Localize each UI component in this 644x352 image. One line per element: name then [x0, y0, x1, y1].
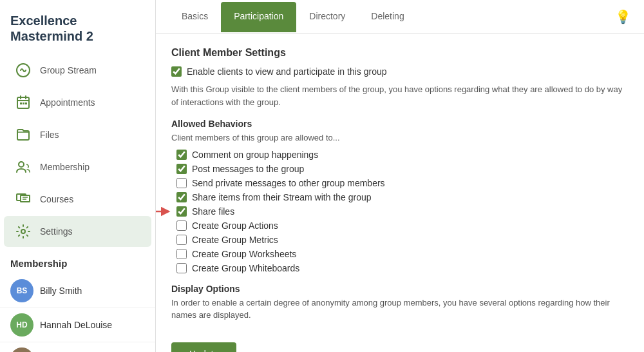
member-name: Billy Smith: [40, 286, 82, 296]
appointments-icon: [14, 93, 32, 112]
behavior-share-items-checkbox[interactable]: [176, 192, 187, 202]
members-list: BS Billy Smith HD Hannah DeLouise JT Jac…: [0, 274, 155, 352]
sidebar-item-label: Appointments: [40, 97, 95, 108]
behavior-label: Create Group Worksheets: [192, 249, 296, 259]
behavior-label: Share items from their Stream with the g…: [192, 192, 372, 202]
member-item-jaclyn-tester[interactable]: JT Jaclyn Tester: [0, 342, 155, 352]
behavior-private-messages: Send private messages to other group mem…: [176, 178, 629, 188]
svg-rect-7: [25, 103, 27, 104]
behavior-post-messages: Post messages to the group: [176, 164, 629, 174]
behavior-label: Create Group Whiteboards: [192, 263, 299, 273]
tab-directory[interactable]: Directory: [296, 2, 358, 32]
behavior-post-messages-checkbox[interactable]: [176, 164, 187, 174]
behavior-comment-checkbox[interactable]: [176, 150, 187, 160]
behavior-group-actions: Create Group Actions: [176, 220, 629, 231]
sidebar-item-group-stream[interactable]: Group Stream: [4, 55, 151, 86]
display-options-description: In order to enable a certain degree of a…: [171, 297, 629, 322]
behavior-group-whiteboards-checkbox[interactable]: [176, 263, 187, 273]
content-area: Client Member Settings Enable clients to…: [156, 34, 644, 352]
enable-clients-label: Enable clients to view and participate i…: [187, 66, 387, 77]
membership-section-title: Membership: [0, 248, 155, 274]
annotation-arrow: [156, 205, 172, 218]
sidebar-item-appointments[interactable]: Appointments: [4, 87, 151, 118]
group-stream-icon: [14, 61, 32, 79]
sidebar-item-settings[interactable]: Settings: [4, 216, 151, 247]
behavior-label: Send private messages to other group mem…: [192, 178, 385, 188]
display-options-section: Display Options In order to enable a cer…: [171, 284, 629, 322]
member-item-hannah-delouise[interactable]: HD Hannah DeLouise: [0, 308, 155, 342]
svg-rect-11: [21, 195, 30, 202]
tab-basics[interactable]: Basics: [169, 2, 221, 32]
member-name: Hannah DeLouise: [40, 320, 112, 330]
files-icon: [14, 126, 32, 144]
enable-clients-checkbox[interactable]: [171, 66, 182, 77]
tab-participation[interactable]: Participation: [221, 2, 296, 32]
behavior-share-items: Share items from their Stream with the g…: [176, 192, 629, 202]
behaviors-list: Comment on group happenings Post message…: [176, 150, 629, 273]
sidebar-item-label: Membership: [40, 162, 90, 172]
sidebar-item-files[interactable]: Files: [4, 119, 151, 150]
behavior-comment: Comment on group happenings: [176, 150, 629, 160]
behavior-label: Share files: [192, 206, 234, 217]
membership-icon: [14, 158, 32, 176]
settings-description: With this Group visible to the client me…: [171, 83, 629, 108]
behavior-share-files-checkbox[interactable]: [176, 206, 187, 217]
sidebar-item-label: Courses: [40, 194, 73, 204]
avatar-jaclyn-tester: JT: [10, 347, 33, 352]
sidebar: Excellence Mastermind 2 Group Stream: [0, 0, 156, 352]
sidebar-item-label: Group Stream: [40, 65, 97, 75]
app-title-line1: Excellence: [10, 14, 77, 28]
tab-bar: Basics Participation Directory Deleting …: [156, 0, 644, 34]
member-item-billy-smith[interactable]: BS Billy Smith: [0, 274, 155, 308]
tab-label: Directory: [309, 11, 345, 21]
behavior-group-metrics: Create Group Metrics: [176, 235, 629, 245]
enable-clients-row: Enable clients to view and participate i…: [171, 66, 629, 77]
app-logo: Excellence Mastermind 2: [0, 0, 155, 54]
svg-rect-5: [20, 103, 22, 104]
avatar-hannah-delouise: HD: [10, 313, 33, 337]
sidebar-item-membership[interactable]: Membership: [4, 152, 151, 182]
settings-icon: [14, 222, 32, 240]
allowed-behaviors-intro: Client members of this group are allowed…: [171, 132, 629, 144]
avatar-billy-smith: BS: [10, 279, 33, 302]
behavior-group-worksheets-checkbox[interactable]: [176, 249, 187, 259]
behavior-share-files: Share files: [176, 206, 629, 217]
main-area: Basics Participation Directory Deleting …: [156, 0, 644, 352]
allowed-behaviors-title: Allowed Behaviors: [171, 119, 629, 129]
behavior-label: Create Group Actions: [192, 220, 278, 231]
behavior-group-metrics-checkbox[interactable]: [176, 235, 187, 245]
behavior-label: Create Group Metrics: [192, 235, 278, 245]
behavior-label: Comment on group happenings: [192, 150, 318, 160]
behavior-group-whiteboards: Create Group Whiteboards: [176, 263, 629, 273]
svg-rect-6: [23, 103, 24, 104]
tab-label: Deleting: [371, 11, 404, 21]
sidebar-item-courses[interactable]: Courses: [4, 184, 151, 215]
client-settings-title: Client Member Settings: [171, 47, 629, 59]
behavior-group-actions-checkbox[interactable]: [176, 220, 187, 231]
sidebar-item-label: Files: [40, 130, 59, 140]
svg-point-8: [19, 162, 24, 167]
behavior-label: Post messages to the group: [192, 164, 304, 174]
behavior-group-worksheets: Create Group Worksheets: [176, 249, 629, 259]
tab-label: Participation: [234, 11, 283, 21]
display-options-title: Display Options: [171, 284, 629, 294]
app-title-line2: Mastermind 2: [10, 29, 93, 43]
tab-deleting[interactable]: Deleting: [358, 2, 417, 32]
sidebar-nav: Group Stream Appointments: [0, 54, 155, 248]
lightbulb-icon[interactable]: 💡: [615, 0, 631, 34]
update-button[interactable]: Update: [171, 342, 236, 353]
svg-point-14: [21, 230, 25, 233]
tab-label: Basics: [182, 11, 208, 21]
sidebar-item-label: Settings: [40, 226, 73, 237]
behavior-private-messages-checkbox[interactable]: [176, 178, 187, 188]
courses-icon: [14, 190, 32, 208]
